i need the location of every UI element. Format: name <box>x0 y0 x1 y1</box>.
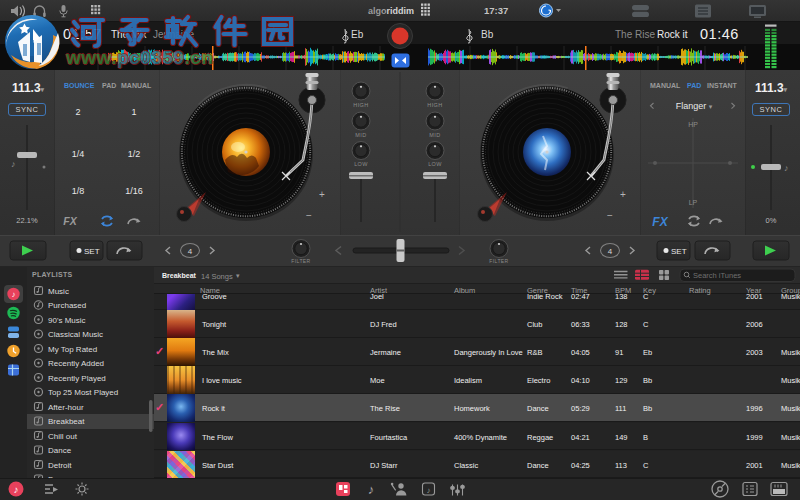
svg-text:Recently Added: Recently Added <box>48 359 104 368</box>
svg-text:Search iTunes: Search iTunes <box>693 271 741 280</box>
svg-text:FILTER: FILTER <box>489 258 508 264</box>
svg-text:HIGH: HIGH <box>427 102 442 108</box>
svg-text:After-hour: After-hour <box>48 403 84 412</box>
svg-text:Top 25 Most Played: Top 25 Most Played <box>48 388 118 397</box>
svg-text:Dance: Dance <box>48 446 72 455</box>
svg-text:4: 4 <box>608 247 613 256</box>
svg-text:HIGH: HIGH <box>353 102 368 108</box>
svg-text:4: 4 <box>188 247 193 256</box>
svg-text:LOW: LOW <box>354 161 368 167</box>
svg-text:Chill out: Chill out <box>48 432 78 441</box>
svg-text:My Top Rated: My Top Rated <box>48 345 97 354</box>
svg-text:MID: MID <box>429 132 440 138</box>
svg-text:SET: SET <box>84 247 100 256</box>
svg-text:FILTER: FILTER <box>291 258 310 264</box>
svg-text:Recently Played: Recently Played <box>48 374 106 383</box>
svg-text:Breakbeat: Breakbeat <box>48 417 85 426</box>
svg-text:Detroit: Detroit <box>48 461 72 470</box>
svg-text:♪: ♪ <box>368 482 375 497</box>
svg-text:Purchased: Purchased <box>48 301 86 310</box>
svg-text:♪: ♪ <box>14 484 19 495</box>
svg-text:Classical Music: Classical Music <box>48 330 103 339</box>
svg-text:♪: ♪ <box>427 486 431 495</box>
svg-text:90's Music: 90's Music <box>48 316 86 325</box>
svg-text:LOW: LOW <box>428 161 442 167</box>
svg-text:SET: SET <box>671 247 687 256</box>
svg-text:♪: ♪ <box>12 290 16 299</box>
svg-text:Music: Music <box>48 287 69 296</box>
svg-text:MID: MID <box>355 132 366 138</box>
